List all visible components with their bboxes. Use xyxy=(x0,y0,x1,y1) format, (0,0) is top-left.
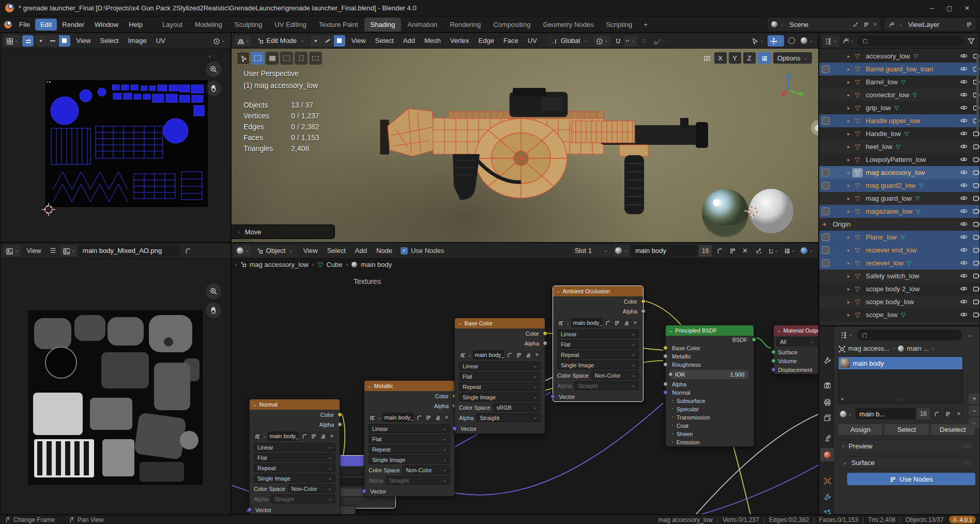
mesh-object-icon[interactable]: ▽ xyxy=(852,181,863,190)
menu-item[interactable]: Window xyxy=(89,19,124,31)
maximize-button[interactable]: ▢ xyxy=(942,5,957,12)
bsdf-collapsed-section[interactable]: ›Specular xyxy=(666,405,754,413)
material-action-button[interactable]: Assign xyxy=(838,424,883,436)
render-visibility-icon[interactable] xyxy=(973,272,979,280)
menu[interactable]: Select xyxy=(371,35,399,46)
mesh-object-icon[interactable]: ▽ xyxy=(852,272,863,281)
chevron-down-icon[interactable]: ⌄ xyxy=(263,434,267,439)
image-texture-node[interactable]: ⌄ Normal Color Alpha ⌄ main body_Nor... xyxy=(249,399,340,515)
editor-type-button[interactable]: ⌄ xyxy=(4,35,21,47)
object-name[interactable]: Safety switch_low xyxy=(866,272,919,280)
workspace-tab[interactable]: Sculpting xyxy=(228,18,268,32)
menu[interactable]: Select xyxy=(323,245,350,256)
source-dropdown[interactable]: Single Image⌄ xyxy=(459,393,541,401)
editor-type-button[interactable]: ⌄ xyxy=(235,245,251,257)
new-scene-icon[interactable] xyxy=(862,20,870,28)
collapse-region-icon[interactable]: ‹ xyxy=(209,53,211,59)
render-visibility-icon[interactable] xyxy=(973,142,979,151)
material-slot[interactable]: main body xyxy=(838,357,962,369)
users-count[interactable]: 16 xyxy=(917,408,930,420)
output-socket-color[interactable] xyxy=(641,299,646,304)
alpha-dropdown[interactable]: Straight⌄ xyxy=(386,476,450,485)
overlays-dropdown[interactable]: ⌄ xyxy=(799,245,815,257)
cursor-tool-button[interactable] xyxy=(295,52,308,65)
snap-icon[interactable] xyxy=(758,52,771,64)
outliner-row[interactable]: ▸ ▽ + heel_low ▽ xyxy=(819,140,979,153)
workspace-tab[interactable]: UV Editing xyxy=(268,18,312,32)
copy-icon[interactable] xyxy=(514,351,523,359)
tab-scene[interactable] xyxy=(820,431,834,444)
alpha-dropdown[interactable]: Straight⌄ xyxy=(574,381,639,390)
hide-eye-icon[interactable] xyxy=(960,52,967,61)
image-texture-node[interactable]: ⌄ Base Color Color Alpha ⌄ main body_Bas… xyxy=(454,318,545,434)
hide-eye-icon[interactable] xyxy=(960,181,967,190)
mesh-object-icon[interactable]: ▽ xyxy=(852,323,863,326)
hide-eye-icon[interactable] xyxy=(960,103,967,112)
menu[interactable]: Vertex xyxy=(446,35,474,46)
input-socket[interactable] xyxy=(771,358,776,363)
render-visibility-icon[interactable] xyxy=(973,207,979,216)
outliner-row[interactable]: ▸ ▽ + scope_low ▽ xyxy=(819,308,979,321)
blender-menu-icon[interactable] xyxy=(4,21,12,28)
resize-grip[interactable]: ∷∷ xyxy=(897,396,905,402)
show-gizmo-dropdown[interactable]: ⌄ xyxy=(749,35,766,47)
workspace-tab[interactable]: Scripting xyxy=(600,18,639,32)
shading-solid-button[interactable] xyxy=(786,35,797,47)
outliner-row[interactable]: ▸ ▽ + Origin ▽ xyxy=(819,218,979,231)
use-nodes-button[interactable]: Use Nodes xyxy=(847,473,975,485)
object-name[interactable]: mag guard2_low xyxy=(866,182,915,189)
render-visibility-icon[interactable] xyxy=(973,168,979,177)
outliner-row[interactable]: ▸ ▽ + scope body 2_low ▽ xyxy=(819,282,979,295)
source-dropdown[interactable]: Single Image⌄ xyxy=(254,474,335,483)
workspace-tab[interactable]: Layout xyxy=(156,18,189,32)
render-visibility-icon[interactable] xyxy=(973,323,979,325)
outliner-row[interactable]: ▸ ▽ + connector_low ▽ xyxy=(819,88,979,101)
output-socket-alpha[interactable] xyxy=(543,341,547,346)
proportional-edit-toggle[interactable] xyxy=(639,35,650,47)
image-name-field[interactable]: main body_Mixe... xyxy=(571,318,602,327)
object-name[interactable]: reciever end_low xyxy=(866,246,916,254)
outliner-row[interactable]: ▸ ▽ + Barrel_low ▽ xyxy=(819,76,979,88)
surface-panel-header[interactable]: ⌄ Surface ∷∷ xyxy=(838,456,975,469)
workspace-tab[interactable]: Shading xyxy=(364,18,402,32)
mesh-object-icon[interactable]: ▽ xyxy=(852,259,863,268)
collapse-icon[interactable]: ⌄ xyxy=(556,289,560,294)
uv-select-edge-button[interactable] xyxy=(47,35,58,47)
object-name[interactable]: Barrel guard_low_trian xyxy=(866,65,933,73)
disclosure-icon[interactable]: ▸ xyxy=(845,105,852,111)
copy-icon[interactable] xyxy=(942,408,953,420)
mesh-object-icon[interactable]: ▽ xyxy=(852,233,863,242)
snap-mode-dropdown[interactable]: ⌄ xyxy=(782,245,798,257)
menu[interactable]: Edge xyxy=(474,35,499,46)
mirror-x-button[interactable]: X xyxy=(714,52,727,64)
outliner-row[interactable]: ▸ ▽ + Safety switch_low ▽ xyxy=(819,270,979,282)
tab-material[interactable] xyxy=(820,448,834,461)
node-header[interactable]: ⌄ Normal xyxy=(250,399,340,410)
mesh-object-icon[interactable]: ▽ xyxy=(852,52,863,61)
hamburger-icon[interactable]: ☰ xyxy=(48,245,59,257)
fake-user-icon[interactable] xyxy=(713,245,725,257)
outliner-row[interactable]: ▸ ▽ + accessory_low ▽ xyxy=(819,50,979,63)
new-material-icon[interactable] xyxy=(726,245,738,257)
disclosure-icon[interactable]: ▸ xyxy=(845,247,852,253)
workspace-tab[interactable]: Geometry Nodes xyxy=(537,18,600,32)
image-name-field[interactable]: main body_Meta... xyxy=(382,413,414,422)
render-visibility-icon[interactable] xyxy=(973,194,979,203)
alpha-dropdown[interactable]: Straight⌄ xyxy=(476,413,541,422)
hide-eye-icon[interactable] xyxy=(960,155,967,164)
mesh-object-icon[interactable]: ▽ xyxy=(852,194,863,203)
image-texture-node[interactable]: ⌄ Ambient Occlusion Color Alpha ⌄ main b… xyxy=(553,286,644,402)
disclosure-icon[interactable]: ▸ xyxy=(845,144,852,149)
bsdf-collapsed-section[interactable]: ›Coat xyxy=(666,422,754,430)
object-name[interactable]: mag guard_low xyxy=(866,194,912,202)
projection-dropdown[interactable]: Flat⌄ xyxy=(369,435,450,443)
new-layer-icon[interactable] xyxy=(964,20,973,28)
menu[interactable]: UV xyxy=(151,35,170,46)
users-count[interactable]: 16 xyxy=(699,245,712,257)
hide-eye-icon[interactable] xyxy=(960,233,967,242)
interpolation-dropdown[interactable]: Linear⌄ xyxy=(369,424,450,433)
object-name[interactable]: connector_low xyxy=(866,91,909,99)
preview-panel-header[interactable]: › Preview ∷∷ xyxy=(838,440,975,453)
move-tool-button[interactable] xyxy=(309,52,322,65)
disclosure-icon[interactable]: ▸ xyxy=(845,66,852,72)
